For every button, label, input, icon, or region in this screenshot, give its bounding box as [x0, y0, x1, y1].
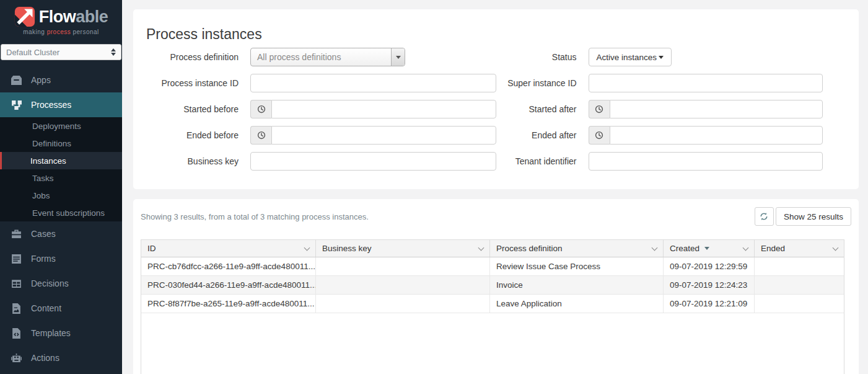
process-instance-id-label: Process instance ID: [146, 78, 239, 88]
results-panel: Showing 3 results, from a total of 3 mat…: [133, 199, 859, 374]
ended-before-label: Ended before: [146, 130, 239, 140]
clock-icon: [257, 105, 266, 114]
process-instances-table: ID Business key Process definition Creat…: [141, 239, 844, 374]
results-summary: Showing 3 results, from a total of 3 mat…: [141, 212, 369, 221]
document-code-icon: [11, 328, 22, 339]
cell-process-definition: Leave Application: [490, 295, 664, 313]
process-definition-label: Process definition: [146, 52, 239, 62]
chevron-down-icon[interactable]: [833, 245, 839, 251]
sidebar-item-label: Templates: [31, 328, 71, 338]
started-before-label: Started before: [146, 104, 239, 114]
table-grid-icon: [11, 278, 22, 289]
cell-ended: [755, 276, 844, 295]
processes-submenu: Deployments Definitions Instances Tasks …: [0, 117, 122, 221]
table-empty-area: [141, 313, 844, 374]
ended-after-calendar-button[interactable]: [589, 126, 610, 145]
main-content: Process instances Process definition All…: [122, 0, 868, 374]
column-header-created[interactable]: Created: [664, 240, 755, 257]
business-key-label: Business key: [146, 156, 239, 166]
sort-desc-icon: [704, 247, 709, 250]
sidebar-subitem-jobs[interactable]: Jobs: [0, 187, 122, 204]
select-updown-icon: [111, 48, 116, 56]
started-after-input[interactable]: [610, 100, 823, 118]
cell-created: 09-07-2019 12:21:09: [664, 295, 755, 313]
flowable-wordmark: Flowable: [39, 9, 108, 25]
ended-after-label: Ended after: [496, 130, 577, 140]
refresh-icon: [760, 212, 768, 221]
cell-business-key: [316, 295, 490, 313]
chevron-down-icon[interactable]: [478, 245, 484, 251]
chevron-down-icon[interactable]: [652, 245, 658, 251]
cell-business-key: [316, 276, 490, 295]
sidebar-item-label: Decisions: [31, 278, 69, 288]
column-header-business-key[interactable]: Business key: [316, 240, 490, 257]
started-before-calendar-button[interactable]: [250, 100, 271, 118]
sidebar-item-label: Content: [31, 303, 61, 313]
flowable-logo: Flowable making process personal: [0, 0, 122, 39]
refresh-button[interactable]: [755, 207, 774, 226]
cell-process-definition: Review Issue Case Process: [490, 257, 664, 276]
column-header-id[interactable]: ID: [141, 240, 316, 257]
started-after-calendar-button[interactable]: [589, 100, 610, 118]
status-label: Status: [496, 52, 577, 62]
started-after-label: Started after: [496, 104, 577, 114]
robot-icon: [11, 353, 22, 363]
cell-id: PRC-cb76dfcc-a266-11e9-a9ff-acde480011..…: [141, 257, 316, 276]
sidebar-item-decisions[interactable]: Decisions: [0, 271, 122, 296]
cell-process-definition: Invoice: [490, 276, 664, 295]
status-dropdown-button[interactable]: Active instances: [589, 48, 672, 66]
filters-panel: Process instances Process definition All…: [133, 9, 859, 189]
ended-before-calendar-button[interactable]: [250, 126, 271, 145]
cell-ended: [755, 295, 844, 313]
sidebar-item-apps[interactable]: Apps: [0, 68, 122, 92]
process-instance-id-input[interactable]: [250, 74, 496, 92]
sidebar-item-label: Processes: [31, 100, 71, 110]
table-row[interactable]: PRC-8f87f7be-a265-11e9-a9ff-acde480011..…: [141, 295, 844, 313]
sidebar-item-content[interactable]: Content: [0, 296, 122, 321]
sidebar-item-label: Actions: [31, 353, 59, 363]
sidebar-item-label: Forms: [31, 254, 56, 264]
cluster-select-value: Default Cluster: [6, 48, 111, 57]
sidebar-item-cases[interactable]: Cases: [0, 221, 122, 246]
select-arrow-icon: [391, 48, 405, 66]
column-header-process-definition[interactable]: Process definition: [490, 240, 664, 257]
cell-id: PRC-8f87f7be-a265-11e9-a9ff-acde480011..…: [141, 295, 316, 313]
table-row[interactable]: PRC-cb76dfcc-a266-11e9-a9ff-acde480011..…: [141, 257, 844, 276]
process-definition-select[interactable]: All process definitions: [250, 48, 405, 66]
started-before-input[interactable]: [271, 100, 496, 118]
tenant-identifier-input[interactable]: [589, 152, 823, 171]
clock-icon: [257, 131, 266, 140]
clock-icon: [595, 131, 603, 140]
show-results-button[interactable]: Show 25 results: [776, 207, 851, 226]
brand-tagline: making process personal: [0, 29, 122, 35]
cluster-select[interactable]: Default Cluster: [1, 44, 121, 60]
sidebar-item-templates[interactable]: Templates: [0, 321, 122, 345]
sidebar-item-label: Apps: [31, 75, 51, 85]
sidebar-subitem-instances[interactable]: Instances: [0, 152, 122, 169]
sidebar-item-label: Cases: [31, 229, 56, 239]
cell-business-key: [316, 257, 490, 276]
column-header-ended[interactable]: Ended: [755, 240, 844, 257]
ended-after-input[interactable]: [610, 126, 823, 145]
status-dropdown-value: Active instances: [597, 53, 657, 62]
super-instance-id-input[interactable]: [589, 74, 823, 92]
table-row[interactable]: PRC-030fed44-a266-11e9-a9ff-acde480011..…: [141, 276, 844, 295]
sidebar-item-forms[interactable]: Forms: [0, 246, 122, 271]
process-definition-select-value: All process definitions: [251, 52, 391, 62]
form-icon: [11, 254, 22, 264]
chevron-down-icon[interactable]: [743, 245, 749, 251]
tenant-identifier-label: Tenant identifier: [496, 156, 577, 166]
business-key-input[interactable]: [250, 152, 496, 171]
sidebar-item-processes[interactable]: Processes: [0, 92, 122, 117]
ended-before-input[interactable]: [271, 126, 496, 145]
cell-created: 09-07-2019 12:29:59: [664, 257, 755, 276]
sidebar-subitem-tasks[interactable]: Tasks: [0, 169, 122, 187]
document-chart-icon: [11, 303, 22, 314]
sidebar-nav: Apps Processes Deployments Definitions I…: [0, 68, 122, 370]
sidebar-subitem-event-subscriptions[interactable]: Event subscriptions: [0, 204, 122, 221]
sidebar-subitem-deployments[interactable]: Deployments: [0, 117, 122, 135]
sidebar-subitem-definitions[interactable]: Definitions: [0, 135, 122, 152]
chevron-down-icon[interactable]: [304, 245, 310, 251]
sidebar-item-actions[interactable]: Actions: [0, 345, 122, 370]
table-header-row: ID Business key Process definition Creat…: [141, 240, 844, 257]
